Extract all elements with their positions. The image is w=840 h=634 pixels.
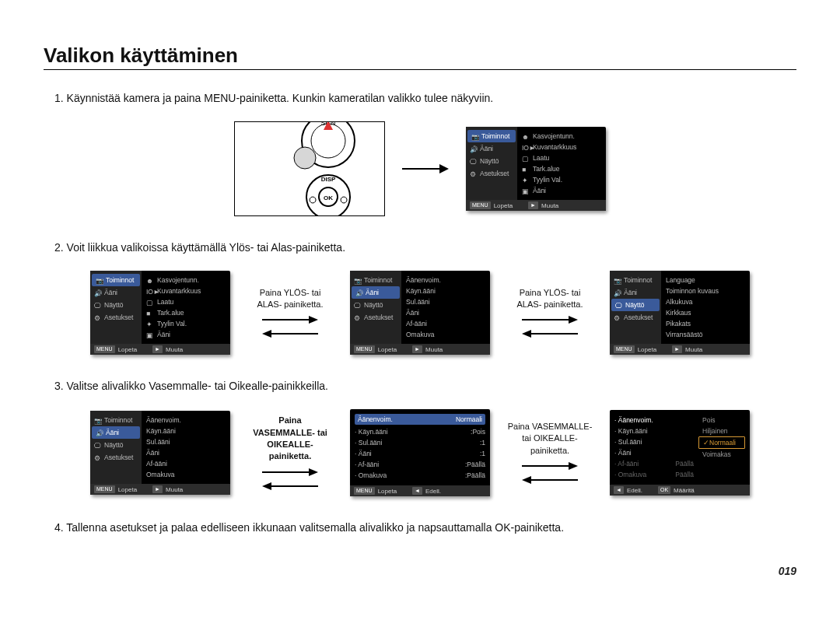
svg-point-2: [294, 147, 316, 169]
tab-naytto: 🖵Näyttö: [466, 155, 517, 167]
check-icon: ✓: [703, 439, 709, 447]
step-4: 4. Tallenna asetukset ja palaa edellisee…: [44, 521, 796, 534]
tab-aani: 🔊Ääni: [466, 142, 517, 155]
gear-icon: ⚙: [470, 170, 477, 177]
sound-icon: ▣: [522, 187, 529, 194]
arrow-right-icon: [402, 162, 449, 176]
caption-vasen: Paina VASEMMALLE- tai OIKEALLE- painiket…: [507, 421, 593, 457]
caption-ylos: Paina YLÖS- tai ALAS- painiketta.: [247, 287, 333, 311]
step3-illustration: 📷Toiminnot 🔊Ääni 🖵Näyttö ⚙Asetukset Ääne…: [44, 409, 796, 496]
arrow-bidir: Paina YLÖS- tai ALAS- painiketta.: [247, 287, 333, 339]
focus-icon: ■: [522, 166, 529, 173]
option-voimakas: Voimakas: [698, 449, 745, 460]
caption-ylos: Paina YLÖS- tai ALAS- painiketta.: [507, 287, 593, 311]
menu-screen-a: 📷Toiminnot 🔊Ääni 🖵Näyttö ⚙Asetukset ☻Kas…: [90, 271, 230, 355]
speaker-icon: 🔊: [470, 145, 477, 152]
menu-screen-3a: 📷Toiminnot 🔊Ääni 🖵Näyttö ⚙Asetukset Ääne…: [90, 411, 230, 495]
svg-marker-22: [262, 482, 271, 490]
step-2: 2. Voit liikkua valikoissa käyttämällä Y…: [44, 241, 796, 254]
display-icon: 🖵: [470, 158, 477, 165]
tab-asetukset: ⚙Asetukset: [466, 167, 517, 180]
list-item: ▣Ääni: [522, 185, 601, 196]
menu-screen-toiminnot: 📷Toiminnot 🔊Ääni 🖵Näyttö ⚙Asetukset ☻Kas…: [466, 127, 606, 211]
menu-screen-b: 📷Toiminnot 🔊Ääni 🖵Näyttö ⚙Asetukset Ääne…: [350, 271, 490, 355]
quality-icon: ▢: [522, 155, 529, 162]
option-pois: Pois: [698, 415, 745, 426]
svg-marker-18: [522, 330, 531, 338]
style-icon: ✦: [522, 177, 529, 184]
svg-marker-16: [569, 316, 578, 324]
play-key-icon: ►: [528, 201, 538, 209]
camera-icon: 📷: [471, 133, 478, 140]
svg-marker-10: [439, 164, 449, 173]
arrow-bidir: Paina VASEMMALLE- tai OIKEALLE- painiket…: [247, 415, 333, 491]
camera-illustration: SCN DISP OK: [234, 121, 385, 216]
size-icon: IO►: [522, 144, 529, 151]
menu-screen-c: 📷Toiminnot 🔊Ääni 🖵Näyttö ⚙Asetukset Lang…: [610, 271, 750, 355]
menu-screen-3b: Äänenvoim.Normaali · Käyn.ääni:Pois · Su…: [350, 409, 490, 496]
arrow-bidir: Paina YLÖS- tai ALAS- painiketta.: [507, 287, 593, 339]
step-1: 1. Käynnistää kamera ja paina MENU-paini…: [44, 92, 796, 104]
option-normaali: ✓Normaali: [698, 436, 745, 449]
svg-marker-20: [309, 468, 318, 476]
list-item: ▢Laatu: [522, 152, 601, 163]
face-icon: ☻: [522, 133, 529, 140]
menu-screen-3c: · Äänenvoim. · Käyn.ääni · Sul.ääni · Ää…: [610, 410, 750, 496]
page-title: Valikon käyttäminen: [44, 44, 796, 68]
list-item: ☻Kasvojentunn.: [522, 131, 601, 142]
tab-toiminnot: 📷Toiminnot: [467, 130, 516, 142]
menu-key-icon: MENU: [470, 201, 491, 209]
svg-marker-24: [569, 462, 578, 470]
svg-marker-26: [522, 476, 531, 484]
page-number: 019: [44, 565, 796, 577]
list-item: IO►Kuvantarkkuus: [522, 142, 601, 152]
title-underline: [44, 69, 796, 70]
step1-illustration: SCN DISP OK 📷Toiminnot 🔊Ääni 🖵N: [44, 121, 796, 216]
caption-vasen-bold: Paina VASEMMALLE- tai OIKEALLE- painiket…: [247, 415, 333, 463]
list-item: ■Tark.alue: [522, 163, 601, 174]
option-hiljainen: Hiljainen: [698, 426, 745, 436]
svg-text:OK: OK: [324, 194, 333, 201]
svg-marker-14: [262, 330, 271, 338]
step2-illustration: 📷Toiminnot 🔊Ääni 🖵Näyttö ⚙Asetukset ☻Kas…: [44, 271, 796, 355]
step-3: 3. Valitse alivalikko Vasemmalle- tai Oi…: [44, 380, 796, 392]
list-item: ✦Tyylin Val.: [522, 174, 601, 185]
arrow-bidir: Paina VASEMMALLE- tai OIKEALLE- painiket…: [507, 421, 593, 485]
svg-marker-12: [309, 316, 318, 324]
svg-text:DISP: DISP: [321, 176, 336, 183]
